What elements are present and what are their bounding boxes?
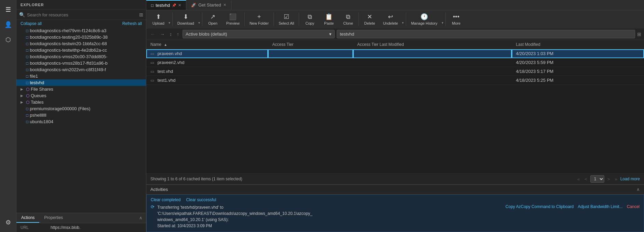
path-search-input[interactable] xyxy=(337,30,635,38)
search-input[interactable] xyxy=(27,12,137,17)
page-first-button[interactable]: « xyxy=(576,176,581,182)
tab-actions[interactable]: Actions xyxy=(16,213,39,223)
nav-forward-button[interactable]: → xyxy=(159,31,166,38)
page-select-dropdown[interactable]: 1 xyxy=(590,175,604,183)
vhd-file-icon: ▭ xyxy=(150,78,154,83)
table-row[interactable]: ▭ praveen2.vhd 4/20/2023 5:59 PM xyxy=(146,58,644,67)
nav-back-button[interactable]: ← xyxy=(149,31,157,38)
sidebar-explorer-icon[interactable]: ☰ xyxy=(1,3,15,16)
tree-item-tables[interactable]: ▶ ⬡ Tables xyxy=(16,99,146,105)
tree-item-file1[interactable]: □ file1 xyxy=(16,73,146,79)
separator-5 xyxy=(299,12,299,26)
tree-item-pshell[interactable]: □ pshelllllll xyxy=(16,112,146,118)
page-next-button[interactable]: > xyxy=(606,176,612,182)
refresh-all-link[interactable]: Refresh all xyxy=(122,21,142,26)
manage-history-button[interactable]: 🕐 Manage History xyxy=(407,12,441,27)
col-header-name[interactable]: Name ▲ xyxy=(146,40,268,49)
load-more-button[interactable]: Load more xyxy=(620,177,640,181)
tree-item-label: bootdiagnostics-testwithp-4e2db62a-cc xyxy=(30,48,107,53)
nav-filter-icon[interactable]: ⊞ xyxy=(637,31,641,37)
copy-azcopy-command-link[interactable]: Copy AzCopy Command to Clipboard xyxy=(506,204,574,209)
tab-bar: □ testvhd 📌 ✕ 🚀 Get Started ✕ xyxy=(146,0,644,10)
clone-button[interactable]: ⧉ Clone xyxy=(339,12,357,27)
nav-dropdown-button[interactable]: ↕ xyxy=(168,31,173,38)
tree-item-bootdiag4[interactable]: □ bootdiagnostics-testwithp-4e2db62a-cc xyxy=(16,47,146,53)
upload-button[interactable]: ⬆ Upload xyxy=(149,12,168,27)
clear-completed-link[interactable]: Clear completed xyxy=(151,197,180,202)
download-dropdown-arrow[interactable]: ▾ xyxy=(198,21,201,27)
tree-item-testvhd[interactable]: □ testvhd xyxy=(16,79,146,86)
access-tier-cell xyxy=(268,49,353,58)
container-icon: □ xyxy=(26,119,28,124)
tree-item-label: file1 xyxy=(30,74,38,79)
sidebar-settings-btn[interactable]: ⚙ xyxy=(1,216,15,229)
select-all-button[interactable]: ☑ Select All xyxy=(275,12,297,27)
blob-filter-dropdown[interactable]: Active blobs (default) ▾ xyxy=(183,30,335,38)
undelete-button[interactable]: ↩ Undelete xyxy=(379,12,401,27)
tree-item-queues[interactable]: ▶ ⬡ Queues xyxy=(16,92,146,99)
manage-history-dropdown-arrow[interactable]: ▾ xyxy=(441,21,444,27)
activities-header: Activities ∧ xyxy=(146,185,644,194)
blob-filter-value: Active blobs (default) xyxy=(186,31,227,37)
tree-item-ubuntu[interactable]: □ ubuntu1804 xyxy=(16,118,146,125)
upload-dropdown-arrow[interactable]: ▾ xyxy=(168,21,171,27)
copy-button[interactable]: ⧉ Copy xyxy=(300,12,319,27)
explorer-tree: □ bootdiagnostics-rhel79vm-f124c8c6-a3 □… xyxy=(16,27,146,213)
separator-6 xyxy=(359,12,359,26)
separator-4 xyxy=(273,12,274,26)
tab-testvhd-close[interactable]: ✕ xyxy=(178,3,181,8)
table-row[interactable]: ▭ praveen.vhd 4/20/2023 1:03 PM xyxy=(146,49,644,58)
filter-icon[interactable]: ⊞ xyxy=(139,12,143,17)
tree-item-bootdiag7[interactable]: □ bootdiagnostics-win2022vm-c8f31f49-f xyxy=(16,66,146,73)
col-header-last-modified[interactable]: Last Modified xyxy=(512,40,644,49)
tree-item-label: bootdiagnostics-testing20-0325b89c-38 xyxy=(30,35,108,40)
tree-item-bootdiag3[interactable]: □ bootdiagnostics-testwin20-1bbfa2cc-68 xyxy=(16,40,146,47)
paste-button[interactable]: 📋 Paste xyxy=(320,12,338,27)
open-button[interactable]: ↗ Open xyxy=(204,12,222,27)
download-button[interactable]: ⬇ Download xyxy=(174,12,198,27)
more-button[interactable]: ••• More xyxy=(447,12,466,27)
url-label: URL xyxy=(21,225,48,230)
cancel-activity-button[interactable]: Cancel xyxy=(627,204,640,209)
table-header-row: Name ▲ Access Tier Access Tier Last Modi… xyxy=(146,40,644,49)
nav-up-button[interactable]: ↑ xyxy=(175,31,180,38)
tree-item-label: Queues xyxy=(31,93,46,98)
undelete-dropdown-arrow[interactable]: ▾ xyxy=(401,21,404,27)
tab-get-started[interactable]: 🚀 Get Started ✕ xyxy=(186,0,231,10)
tree-item-bootdiag1[interactable]: □ bootdiagnostics-rhel79vm-f124c8c6-a3 xyxy=(16,27,146,34)
table-row[interactable]: ▭ test.vhd 4/18/2023 5:17 PM xyxy=(146,67,644,76)
sidebar-account-btn[interactable]: 👤 xyxy=(1,18,15,31)
col-header-access-tier-last-modified[interactable]: Access Tier Last Modified xyxy=(353,40,512,49)
page-last-button[interactable]: » xyxy=(613,176,619,182)
tree-item-bootdiag6[interactable]: □ bootdiagnostics-vmss28b17-ffd31a96-b xyxy=(16,60,146,66)
tab-properties[interactable]: Properties xyxy=(39,213,68,223)
adjust-bandwidth-link[interactable]: Adjust Bandwidth Limit... xyxy=(578,204,622,209)
main-area: □ testvhd 📌 ✕ 🚀 Get Started ✕ ⬆ Upload ▾… xyxy=(146,0,644,232)
delete-button[interactable]: ✕ Delete xyxy=(360,12,379,27)
tab-testvhd[interactable]: □ testvhd 📌 ✕ xyxy=(146,0,186,10)
activities-content: Clear completed Clear successful ⟳ Trans… xyxy=(146,194,644,232)
tab-get-started-close[interactable]: ✕ xyxy=(223,3,226,7)
collapse-all-link[interactable]: Collapse all xyxy=(21,21,42,26)
tree-item-bootdiag2[interactable]: □ bootdiagnostics-testing20-0325b89c-38 xyxy=(16,34,146,40)
col-header-access-tier[interactable]: Access Tier xyxy=(268,40,353,49)
sidebar-plugin-btn[interactable]: ⬡ xyxy=(1,33,15,47)
preview-button[interactable]: ⬛ Preview xyxy=(223,12,243,27)
table-row[interactable]: ▭ test1.vhd 4/18/2023 5:25 PM xyxy=(146,76,644,85)
tree-item-file-shares[interactable]: ▶ ⬡ File Shares xyxy=(16,86,146,92)
download-icon: ⬇ xyxy=(183,13,188,21)
activities-collapse-button[interactable]: ∧ xyxy=(636,187,640,192)
open-label: Open xyxy=(208,21,217,25)
expand-chevron-icon: ▶ xyxy=(21,100,25,104)
page-prev-button[interactable]: < xyxy=(583,176,589,182)
file-table-container: Name ▲ Access Tier Access Tier Last Modi… xyxy=(146,40,644,173)
clear-successful-link[interactable]: Clear successful xyxy=(186,197,216,202)
file-name-cell: ▭ praveen.vhd xyxy=(146,49,268,58)
activity-text: Transferring 'testvhd/praveen.vhd' to 'C… xyxy=(157,204,503,229)
container-icon: □ xyxy=(26,61,28,66)
tab-testvhd-pin-icon: 📌 xyxy=(172,3,176,7)
tree-item-bootdiag5[interactable]: □ bootdiagnostics-vmss20c00-37ddd805- xyxy=(16,53,146,60)
new-folder-button[interactable]: + New Folder xyxy=(246,12,272,27)
bottom-panel-collapse[interactable]: ∧ xyxy=(136,213,146,223)
tree-item-premiumstorage[interactable]: □ premiumstorage000000 (Files) xyxy=(16,105,146,112)
